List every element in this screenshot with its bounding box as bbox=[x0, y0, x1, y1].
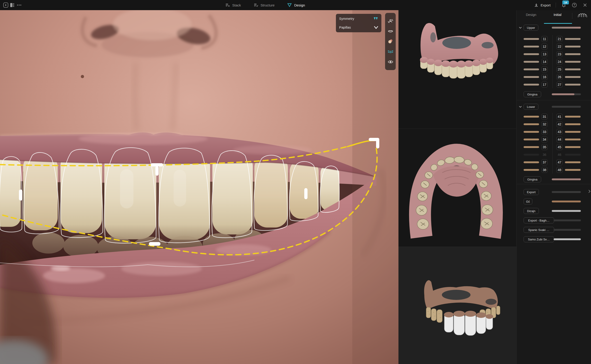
tooth-slider-34[interactable] bbox=[524, 138, 539, 140]
tooth-slider-37[interactable] bbox=[524, 161, 539, 163]
export-button[interactable]: Export bbox=[534, 3, 551, 7]
tooth-slider-27[interactable] bbox=[565, 84, 581, 85]
tooth-number-48[interactable]: 48 bbox=[556, 167, 563, 173]
tooth-number-22[interactable]: 22 bbox=[556, 44, 563, 50]
tooth-slider-13[interactable] bbox=[524, 53, 539, 55]
tooth-slider-48[interactable] bbox=[565, 169, 581, 171]
tooth-number-38[interactable]: 38 bbox=[541, 167, 548, 173]
tab-design[interactable]: Design bbox=[287, 3, 305, 8]
tooth-number-26[interactable]: 26 bbox=[556, 74, 563, 80]
upper-gingiva-button[interactable]: Gingiva bbox=[524, 91, 541, 97]
tooth-slider-12[interactable] bbox=[524, 46, 539, 47]
tooth-number-24[interactable]: 24 bbox=[556, 59, 563, 65]
tooth-number-45[interactable]: 45 bbox=[556, 144, 563, 150]
export-preset-button[interactable]: Export bbox=[524, 189, 539, 195]
tooth-number-33[interactable]: 33 bbox=[541, 129, 548, 135]
tooth-number-42[interactable]: 42 bbox=[556, 121, 563, 127]
tooth-number-27[interactable]: 27 bbox=[556, 82, 563, 88]
lower-master-slider[interactable] bbox=[552, 106, 581, 108]
tab-design-panel[interactable]: Design bbox=[526, 13, 536, 18]
collapse-chevron-icon[interactable] bbox=[518, 26, 522, 30]
tooth-number-35[interactable]: 35 bbox=[541, 144, 548, 150]
tooth-number-12[interactable]: 12 bbox=[541, 44, 548, 50]
tooth-number-14[interactable]: 14 bbox=[541, 59, 548, 65]
right-handle[interactable] bbox=[304, 188, 308, 199]
tab-stack[interactable]: Stack bbox=[225, 3, 241, 8]
tooth-number-43[interactable]: 43 bbox=[556, 129, 563, 135]
shade-circles-icon[interactable] bbox=[387, 38, 394, 45]
papillas-option[interactable]: Papillas bbox=[336, 24, 381, 31]
close-button[interactable] bbox=[582, 2, 588, 8]
samo-zubi-preset-slider[interactable] bbox=[554, 238, 581, 240]
tooth-slider-41[interactable] bbox=[565, 116, 581, 117]
tooth-slider-33[interactable] bbox=[524, 131, 539, 133]
notifications-button[interactable]: 14 bbox=[561, 2, 566, 8]
tooth-slider-16[interactable] bbox=[524, 76, 539, 78]
tooth-slider-11[interactable] bbox=[524, 38, 539, 40]
tooth-slider-17[interactable] bbox=[524, 84, 539, 85]
left-handle[interactable] bbox=[19, 189, 22, 201]
tooth-slider-22[interactable] bbox=[565, 46, 581, 47]
export-bagh-preset-button[interactable]: Export - Bagh… bbox=[524, 217, 554, 223]
collapse-chevron-icon[interactable] bbox=[518, 105, 522, 109]
teeth-arch-icon[interactable] bbox=[577, 12, 587, 19]
gc-preset-button[interactable]: Gč bbox=[524, 198, 532, 204]
tooth-slider-32[interactable] bbox=[524, 123, 539, 125]
tooth-number-41[interactable]: 41 bbox=[556, 114, 563, 120]
upper-master-slider[interactable] bbox=[552, 27, 581, 29]
panel-layout-icon[interactable] bbox=[9, 2, 15, 8]
tooth-number-37[interactable]: 37 bbox=[541, 159, 548, 165]
lower-gingiva-button[interactable]: Gingiva bbox=[524, 176, 541, 182]
export-preset-slider[interactable] bbox=[552, 191, 581, 193]
samo-zubi-preset-button[interactable]: Samo Zubi Sv… bbox=[524, 236, 554, 242]
tooth-number-25[interactable]: 25 bbox=[556, 66, 563, 72]
tooth-slider-24[interactable] bbox=[565, 61, 581, 63]
more-options-icon[interactable] bbox=[16, 2, 22, 8]
spanic-preset-button[interactable]: Spanic Svaki … bbox=[524, 227, 554, 233]
tooth-slider-38[interactable] bbox=[524, 169, 539, 171]
lips-icon[interactable] bbox=[387, 28, 394, 35]
preview-upper-frontal[interactable] bbox=[398, 10, 517, 129]
tooth-number-17[interactable]: 17 bbox=[541, 82, 548, 88]
tooth-number-15[interactable]: 15 bbox=[541, 66, 548, 72]
preview-design-frontal[interactable] bbox=[398, 247, 517, 364]
upper-gingiva-slider[interactable] bbox=[552, 93, 581, 95]
bottom-mid-handle[interactable] bbox=[149, 242, 161, 246]
tooth-number-47[interactable]: 47 bbox=[556, 159, 563, 165]
tab-structure[interactable]: Structure bbox=[254, 3, 275, 8]
visibility-icon[interactable] bbox=[387, 58, 394, 65]
symmetry-option[interactable]: Symmetry bbox=[336, 15, 381, 23]
tooth-number-31[interactable]: 31 bbox=[541, 114, 548, 120]
tooth-slider-42[interactable] bbox=[565, 123, 581, 125]
face-scan-icon[interactable] bbox=[387, 18, 394, 25]
tooth-slider-15[interactable] bbox=[524, 68, 539, 70]
tooth-number-16[interactable]: 16 bbox=[541, 74, 548, 80]
tooth-number-34[interactable]: 34 bbox=[541, 136, 548, 143]
preview-occlusal[interactable] bbox=[398, 129, 517, 247]
gc-preset-slider[interactable] bbox=[552, 201, 581, 202]
tooth-number-13[interactable]: 13 bbox=[541, 51, 548, 57]
tooth-slider-45[interactable] bbox=[565, 146, 581, 148]
tooth-slider-21[interactable] bbox=[565, 38, 581, 40]
tooth-slider-14[interactable] bbox=[524, 61, 539, 63]
spanic-preset-slider[interactable] bbox=[554, 229, 581, 231]
dizajn-preset-button[interactable]: Dizajn bbox=[524, 208, 539, 214]
lower-gingiva-slider[interactable] bbox=[552, 178, 581, 180]
tooth-slider-23[interactable] bbox=[565, 53, 581, 55]
export-bagh-preset-slider[interactable] bbox=[554, 220, 581, 221]
expand-chevron-icon[interactable] bbox=[588, 189, 591, 194]
dizajn-preset-slider[interactable] bbox=[552, 210, 581, 212]
tooth-slider-26[interactable] bbox=[565, 76, 581, 78]
tooth-slider-35[interactable] bbox=[524, 146, 539, 148]
tooth-slider-47[interactable] bbox=[565, 161, 581, 163]
help-button[interactable] bbox=[572, 2, 577, 8]
tooth-number-11[interactable]: 11 bbox=[541, 36, 548, 42]
present-window-icon[interactable] bbox=[3, 2, 8, 8]
smile-photo-viewport[interactable] bbox=[0, 10, 398, 364]
tooth-number-32[interactable]: 32 bbox=[541, 121, 548, 127]
lower-button[interactable]: Lower bbox=[524, 104, 538, 110]
tooth-number-21[interactable]: 21 bbox=[556, 36, 563, 42]
tooth-slider-43[interactable] bbox=[565, 131, 581, 133]
tooth-slider-31[interactable] bbox=[524, 116, 539, 117]
upper-button[interactable]: Upper bbox=[524, 25, 538, 31]
